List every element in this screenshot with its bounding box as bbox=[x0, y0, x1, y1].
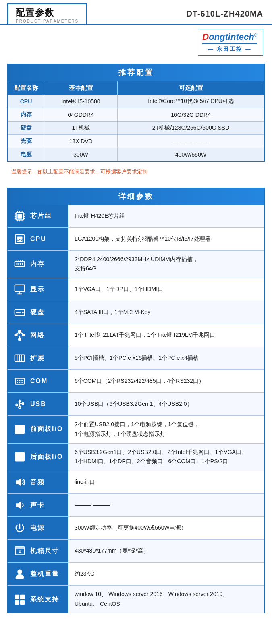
detail-label-text-weight: 整机重量 bbox=[30, 570, 59, 578]
detail-section: 详细参数 芯片组Intel® H420E芯片组CPUCPULGA1200构架，支… bbox=[7, 188, 265, 613]
recommend-cell-basic: 18X DVD bbox=[44, 134, 118, 148]
svg-rect-84 bbox=[20, 600, 25, 605]
detail-label-usb: USB bbox=[8, 393, 68, 415]
detail-value-chipset: Intel® H420E芯片组 bbox=[68, 205, 264, 227]
detail-label-text-power: 电源 bbox=[30, 524, 45, 533]
svg-rect-1 bbox=[17, 214, 22, 218]
expand-icon bbox=[12, 351, 27, 365]
svg-text:KG: KG bbox=[18, 570, 22, 573]
detail-label-weight: KG整机重量 bbox=[8, 563, 68, 585]
detail-row-soundcard: 声卡——— ——— bbox=[8, 494, 264, 517]
detail-row-ram: 内存2*DDR4 2400/2666/2933MHz UDIMM内存插槽，支持6… bbox=[8, 251, 264, 279]
svg-rect-33 bbox=[15, 334, 17, 336]
recommend-cell-name: 电源 bbox=[8, 148, 44, 161]
detail-value-ram: 2*DDR4 2400/2666/2933MHz UDIMM内存插槽，支持64G bbox=[68, 251, 264, 278]
svg-rect-26 bbox=[15, 285, 25, 292]
detail-value-hdd: 4个SATA III口，1个M.2 M-Key bbox=[68, 301, 264, 324]
svg-rect-32 bbox=[19, 330, 21, 332]
detail-label-text-front-io: 前面板I/O bbox=[30, 425, 63, 433]
hdd-icon bbox=[12, 305, 27, 320]
detail-value-expand: 5个PCI插槽、1个PCIe x16插槽、1个PCIe x4插槽 bbox=[68, 347, 264, 369]
recommend-cell-basic: 1T机械 bbox=[44, 121, 118, 134]
svg-text:CPU: CPU bbox=[17, 238, 23, 241]
ram-icon bbox=[12, 257, 27, 271]
detail-label-text-usb: USB bbox=[30, 400, 46, 408]
detail-label-size: ⊠机箱尺寸 bbox=[8, 540, 68, 562]
detail-row-front-io: 前面板I/O2个前置USB2.0接口，1个电源按键，1个复位键，1个电源指示灯，… bbox=[8, 416, 264, 444]
recommend-title: 推荐配置 bbox=[8, 64, 264, 81]
detail-row-size: ⊠机箱尺寸430*480*177mm（宽*深*高） bbox=[8, 540, 264, 563]
svg-rect-82 bbox=[20, 595, 25, 599]
detail-label-text-ram: 内存 bbox=[30, 260, 45, 268]
svg-rect-58 bbox=[15, 425, 25, 434]
recommend-cell-optional: Intel®Core™10代i3/i5/i7 CPU可选 bbox=[118, 95, 264, 108]
recommend-section: 推荐配置 配置名称 基本配置 可选配置 CPUIntel® I5-10500In… bbox=[7, 64, 265, 162]
svg-rect-81 bbox=[15, 595, 19, 599]
detail-label-audio: 音频 bbox=[8, 471, 68, 493]
svg-point-72 bbox=[19, 527, 21, 529]
svg-line-38 bbox=[20, 332, 23, 334]
header-title-block: 配置参数 PRODUCT PARAMETERS bbox=[7, 3, 87, 24]
svg-marker-52 bbox=[18, 400, 21, 402]
detail-label-text-rear-io: 后面板I/O bbox=[30, 453, 63, 461]
svg-marker-70 bbox=[16, 478, 21, 487]
recommend-cell-optional: 400W/550W bbox=[118, 148, 264, 161]
detail-row-power: 电源300W额定功率（可更换400W或550W电源） bbox=[8, 517, 264, 540]
detail-title: 详细参数 bbox=[8, 188, 264, 205]
detail-label-text-hdd: 硬盘 bbox=[30, 308, 45, 317]
detail-label-text-soundcard: 声卡 bbox=[30, 501, 45, 510]
detail-label-text-size: 机箱尺寸 bbox=[30, 547, 59, 555]
recommend-table: 配置名称 基本配置 可选配置 CPUIntel® I5-10500Intel®C… bbox=[8, 81, 264, 161]
svg-rect-65 bbox=[19, 454, 20, 456]
detail-row-usb: USB10个USB口（6个USB3.2Gen 1、4个USB2.0） bbox=[8, 393, 264, 416]
power-icon bbox=[12, 521, 27, 535]
svg-point-45 bbox=[17, 380, 18, 381]
detail-label-display: 显示 bbox=[8, 278, 68, 301]
detail-label-text-audio: 音频 bbox=[30, 478, 45, 487]
svg-line-37 bbox=[16, 332, 20, 334]
col-name: 配置名称 bbox=[8, 81, 44, 95]
detail-row-rear-io: 后面板I/O6个USB3.2Gen1口、2个USB2.0口、2个Intel千兆网… bbox=[8, 444, 264, 471]
svg-rect-44 bbox=[15, 378, 25, 384]
svg-rect-59 bbox=[17, 427, 19, 429]
detail-value-front-io: 2个前置USB2.0接口，1个电源按键，1个复位键，1个电源指示灯，1个硬盘状态… bbox=[68, 416, 264, 443]
detail-label-chipset: 芯片组 bbox=[8, 205, 68, 227]
logo-area: Dongtintech® — 东田工控 — bbox=[0, 25, 272, 57]
detail-label-power: 电源 bbox=[8, 517, 68, 539]
detail-value-com: 6个COM口（2个RS232/422/485口，4个RS232口） bbox=[68, 370, 264, 392]
recommend-cell-name: 光驱 bbox=[8, 134, 44, 148]
recommend-cell-name: 硬盘 bbox=[8, 121, 44, 134]
recommend-cell-optional: 16G/32G DDR4 bbox=[118, 108, 264, 121]
detail-label-cpu: CPUCPU bbox=[8, 228, 68, 250]
detail-label-com: COM bbox=[8, 370, 68, 392]
detail-label-rear-io: 后面板I/O bbox=[8, 444, 68, 471]
svg-rect-19 bbox=[18, 263, 19, 265]
svg-point-48 bbox=[17, 382, 18, 383]
display-icon bbox=[12, 282, 27, 297]
svg-rect-18 bbox=[17, 263, 18, 265]
detail-value-size: 430*480*177mm（宽*深*高） bbox=[68, 540, 264, 562]
detail-label-text-expand: 扩展 bbox=[30, 354, 45, 363]
svg-rect-20 bbox=[20, 263, 21, 265]
detail-label-text-com: COM bbox=[30, 378, 48, 385]
detail-label-text-cpu: CPU bbox=[30, 235, 46, 243]
detail-label-text-os: 系统支持 bbox=[30, 595, 59, 604]
detail-row-os: 系统支持window 10、 Windows server 2016、Windo… bbox=[8, 586, 264, 613]
detail-value-cpu: LGA1200构架，支持英特尔®酷睿™10代I3/I5/I7处理器 bbox=[68, 228, 264, 250]
svg-rect-17 bbox=[15, 262, 25, 267]
detail-value-os: window 10、 Windows server 2016、Windows s… bbox=[68, 586, 264, 613]
detail-label-text-network: 网络 bbox=[30, 331, 45, 340]
svg-point-50 bbox=[21, 382, 23, 383]
detail-row-com: COM6个COM口（2个RS232/422/485口，4个RS232口） bbox=[8, 370, 264, 393]
svg-point-30 bbox=[22, 312, 24, 314]
detail-row-chipset: 芯片组Intel® H420E芯片组 bbox=[8, 205, 264, 228]
recommend-cell-name: 内存 bbox=[8, 108, 44, 121]
detail-label-ram: 内存 bbox=[8, 251, 68, 278]
page-title-zh: 配置参数 bbox=[16, 7, 79, 19]
recommend-cell-basic: 64GDDR4 bbox=[44, 108, 118, 121]
col-optional: 可选配置 bbox=[118, 81, 264, 95]
svg-point-49 bbox=[19, 382, 21, 383]
recommend-cell-name: CPU bbox=[8, 95, 44, 108]
detail-row-hdd: 硬盘4个SATA III口，1个M.2 M-Key bbox=[8, 301, 264, 324]
detail-label-hdd: 硬盘 bbox=[8, 301, 68, 324]
